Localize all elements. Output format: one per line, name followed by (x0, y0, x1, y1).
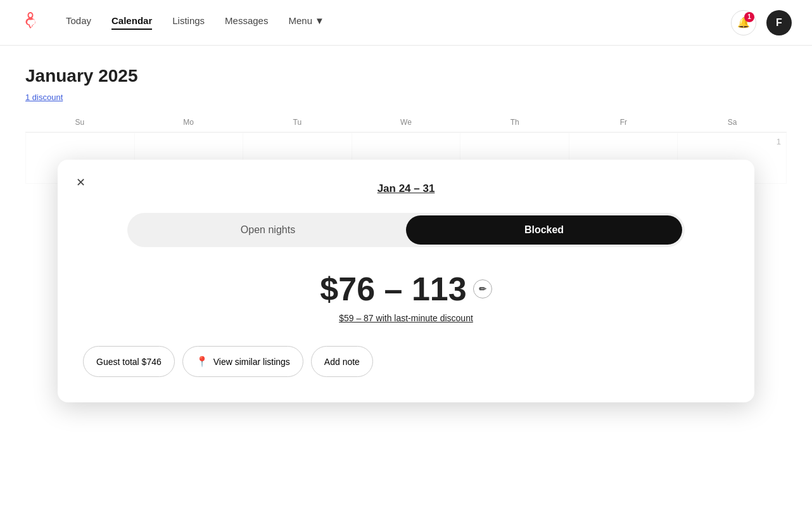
nav-calendar[interactable]: Calendar (111, 15, 152, 30)
action-buttons: Guest total $746 📍 View similar listings… (83, 341, 729, 377)
day-label-tu: Tu (243, 118, 352, 127)
day-label-su: Su (25, 118, 134, 127)
nav-links: Today Calendar Listings Messages Menu ▼ (66, 15, 731, 30)
nav-listings[interactable]: Listings (172, 15, 205, 30)
chevron-down-icon: ▼ (315, 15, 324, 26)
discount-price[interactable]: $59 – 87 with last-minute discount (83, 313, 729, 323)
pencil-icon: ✏ (479, 284, 486, 294)
calendar-header: Su Mo Tu We Th Fr Sa (25, 118, 787, 132)
nav-today[interactable]: Today (66, 15, 91, 30)
price-display: $76 – 113 ✏ (320, 270, 492, 308)
notification-badge: 1 (744, 12, 754, 22)
open-nights-toggle[interactable]: Open nights (130, 215, 406, 245)
user-avatar[interactable]: F (766, 10, 792, 35)
price-value: $76 – 113 (320, 270, 466, 308)
view-similar-button[interactable]: 📍 View similar listings (182, 346, 303, 377)
guest-total-button[interactable]: Guest total $746 (83, 346, 175, 377)
nav-right: 🔔 1 F (731, 10, 792, 35)
day-label-mo: Mo (134, 118, 243, 127)
navigation: Today Calendar Listings Messages Menu ▼ … (0, 0, 812, 46)
nav-messages[interactable]: Messages (225, 15, 268, 30)
add-note-button[interactable]: Add note (311, 346, 373, 377)
close-button[interactable]: ✕ (70, 172, 91, 193)
price-section: $76 – 113 ✏ $59 – 87 with last-minute di… (83, 270, 729, 323)
close-icon: ✕ (76, 176, 86, 189)
pin-icon: 📍 (196, 355, 208, 368)
notifications-button[interactable]: 🔔 1 (731, 10, 756, 35)
modal-date-range[interactable]: Jan 24 – 31 (83, 182, 729, 195)
month-title: January 2025 (25, 66, 787, 86)
nights-toggle: Open nights Blocked (127, 213, 685, 247)
day-label-fr: Fr (569, 118, 678, 127)
add-note-label: Add note (324, 357, 360, 367)
airbnb-logo[interactable] (20, 11, 41, 34)
modal: ✕ Jan 24 – 31 Open nights Blocked $76 – … (58, 160, 754, 402)
nav-menu[interactable]: Menu ▼ (288, 15, 324, 30)
view-similar-label: View similar listings (213, 357, 290, 367)
day-label-we: We (352, 118, 460, 127)
edit-price-button[interactable]: ✏ (473, 279, 492, 298)
main-content: January 2025 1 discount Su Mo Tu We Th F… (0, 46, 812, 505)
blocked-toggle[interactable]: Blocked (406, 215, 682, 245)
guest-total-label: Guest total $746 (96, 357, 162, 367)
day-label-sa: Sa (678, 118, 787, 127)
discount-link[interactable]: 1 discount (25, 93, 63, 102)
day-label-th: Th (460, 118, 569, 127)
modal-overlay: ✕ Jan 24 – 31 Open nights Blocked $76 – … (0, 160, 812, 402)
